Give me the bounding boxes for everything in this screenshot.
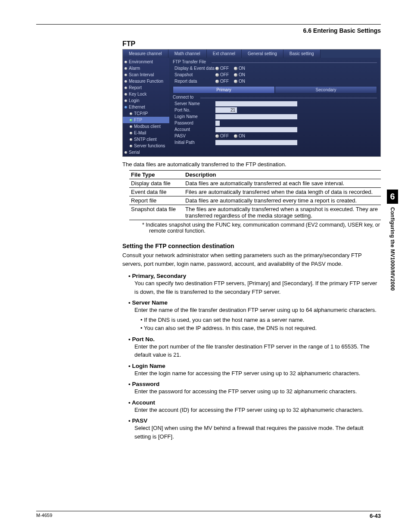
text-input[interactable] xyxy=(215,114,297,119)
file-type-table: File TypeDescriptionDisplay data fileDat… xyxy=(129,170,381,220)
bullet-title: Port No. xyxy=(128,336,155,342)
ftp-heading: FTP xyxy=(122,40,381,48)
sidebar-item[interactable]: Measure Function xyxy=(123,78,169,84)
bullet-body: Enter the login name for accessing the F… xyxy=(134,369,381,378)
bullet-title: Password xyxy=(128,381,159,387)
bullet-body: Enter the account (ID) for accessing the… xyxy=(134,406,381,414)
form-label: PASV xyxy=(173,134,215,138)
sidebar-item[interactable]: Report xyxy=(123,84,169,91)
text-input[interactable]: 21 xyxy=(215,107,237,113)
sidebar-item[interactable]: Login xyxy=(123,97,169,104)
radio-option[interactable]: OFF xyxy=(215,134,229,138)
page-number: 6-43 xyxy=(370,513,381,519)
sidebar-item[interactable]: Scan Interval xyxy=(123,72,169,78)
form-label: Account xyxy=(173,127,215,132)
form-label: Display & Event data xyxy=(173,66,215,71)
section-header: 6.6 Entering Basic Settings xyxy=(36,27,381,34)
table-cell: Report file xyxy=(129,196,184,205)
form-label: Initial Path xyxy=(173,140,215,145)
sidebar-item[interactable]: Alarm xyxy=(123,65,169,72)
bullet-body: Enter the name of the file transfer dest… xyxy=(134,306,381,314)
inner-list-item: You can also set the IP address. In this… xyxy=(140,324,381,333)
config-screenshot: Measure channelMath channelExt channelGe… xyxy=(122,49,381,157)
radio-option[interactable]: ON xyxy=(234,134,245,138)
sidebar-item[interactable]: E-Mail xyxy=(123,130,169,136)
sub-tab[interactable]: Secondary xyxy=(275,86,377,93)
table-cell: Files are automatically transferred when… xyxy=(184,188,381,196)
sidebar-item[interactable]: Ethernet xyxy=(123,104,169,110)
chapter-number: 6 xyxy=(387,190,398,204)
form-label: Password xyxy=(173,121,215,125)
table-cell: The files are automatically transferred … xyxy=(184,205,381,220)
subheading: Setting the FTP connection destination xyxy=(122,243,381,249)
sidebar-item[interactable]: TCP/IP xyxy=(123,110,169,117)
radio-option[interactable]: ON xyxy=(234,79,245,84)
bullet-body: Enter the port number of the file transf… xyxy=(134,342,381,359)
config-tab[interactable]: General setting xyxy=(242,50,283,58)
form-label: Port No. xyxy=(173,108,215,112)
inner-list-item: If the DNS is used, you can set the host… xyxy=(140,316,381,324)
radio-option[interactable]: OFF xyxy=(215,79,229,84)
config-tab[interactable]: Basic setting xyxy=(283,50,321,58)
table-cell: Snapshot data file xyxy=(129,205,184,220)
bullet-title: Account xyxy=(128,399,155,406)
settings-list: Primary, SecondaryYou can specify two de… xyxy=(128,273,381,441)
bullet-body: Enter the password for accessing the FTP… xyxy=(134,387,381,396)
table-cell: Data files are automatically transferred… xyxy=(184,196,381,205)
bullet-title: PASV xyxy=(128,417,147,424)
bullet-title: Server Name xyxy=(128,299,168,306)
text-input[interactable] xyxy=(215,121,220,126)
footnote: * Indicates snapshot using the FUNC key,… xyxy=(142,222,381,234)
config-tab[interactable]: Math channel xyxy=(168,50,207,58)
sidebar-item[interactable]: Environment xyxy=(123,59,169,65)
caption: The data files are automatically transfe… xyxy=(122,161,381,168)
list-item: Port No.Enter the port number of the fil… xyxy=(128,336,381,359)
sidebar-item[interactable]: Serial xyxy=(123,149,169,156)
table-cell: Display data file xyxy=(129,179,184,188)
list-item: PasswordEnter the password for accessing… xyxy=(128,381,381,396)
chapter-tab: 6 Configuring the MV1000/MV2000 xyxy=(387,190,398,291)
form-label: Report data xyxy=(173,79,215,84)
form-label: Server Name xyxy=(173,101,215,106)
list-item: PASVSelect [ON] when using the MV behind… xyxy=(128,417,381,441)
sidebar-item[interactable]: FTP xyxy=(123,117,169,123)
sub-tab[interactable]: Primary xyxy=(173,86,275,93)
form-label: Snapshot xyxy=(173,72,215,77)
radio-option[interactable]: ON xyxy=(234,66,245,71)
config-tab[interactable]: Ext channel xyxy=(207,50,242,58)
bullet-title: Primary, Secondary xyxy=(128,273,186,279)
page-footer: M-4659 6-43 xyxy=(36,511,381,519)
bullet-body: Select [ON] when using the MV behind a f… xyxy=(134,424,381,441)
sidebar-item[interactable]: Server functions xyxy=(123,143,169,149)
radio-option[interactable]: OFF xyxy=(215,72,229,77)
list-item: AccountEnter the account (ID) for access… xyxy=(128,399,381,414)
form-label: Login Name xyxy=(173,114,215,119)
config-tab[interactable]: Measure channel xyxy=(123,50,168,58)
radio-option[interactable]: ON xyxy=(234,72,245,77)
text-input[interactable] xyxy=(215,127,297,132)
sidebar-item[interactable]: Modbus client xyxy=(123,123,169,130)
table-cell: Event data file xyxy=(129,188,184,196)
text-input[interactable] xyxy=(215,101,297,106)
table-header: File Type xyxy=(129,171,184,179)
list-item: Primary, SecondaryYou can specify two de… xyxy=(128,273,381,296)
sidebar-item[interactable]: Key Lock xyxy=(123,91,169,97)
chapter-title: Configuring the MV1000/MV2000 xyxy=(389,204,395,291)
text-input[interactable] xyxy=(215,140,297,145)
list-item: Server NameEnter the name of the file tr… xyxy=(128,299,381,333)
bullet-title: Login Name xyxy=(128,363,165,369)
list-item: Login NameEnter the login name for acces… xyxy=(128,363,381,378)
table-cell: Data files are automatically transferred… xyxy=(184,179,381,188)
sidebar-item[interactable]: SNTP client xyxy=(123,136,169,143)
radio-option[interactable]: OFF xyxy=(215,66,229,71)
intro-paragraph: Consult your network administrator when … xyxy=(122,251,381,268)
table-header: Description xyxy=(184,171,381,179)
bullet-body: You can specify two destination FTP serv… xyxy=(134,279,381,296)
doc-id: M-4659 xyxy=(36,513,52,519)
